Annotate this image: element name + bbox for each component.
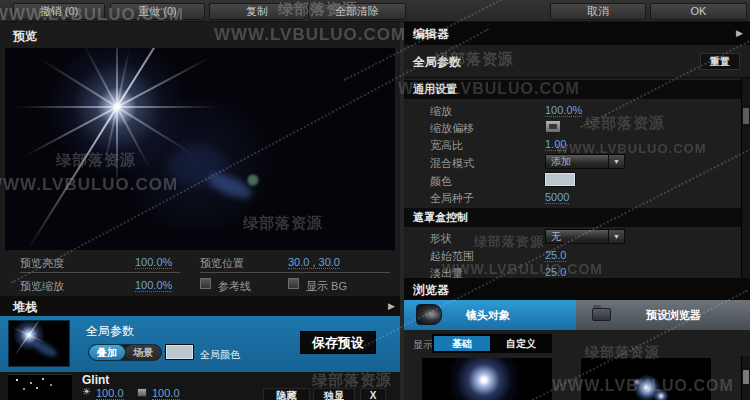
scale-label: 缩放 [430,104,452,119]
flare-preset-thumbnail[interactable] [422,358,552,400]
preview-position-label: 预览位置 [200,256,244,271]
flare-ghost-faint [167,145,227,185]
cancel-button[interactable]: 取消 [550,3,646,20]
global-color-label: 全局颜色 [200,348,240,362]
tab-label: 镜头对象 [466,308,510,323]
tab-lens-objects[interactable]: 镜头对象 [404,300,576,330]
render-mode-toggle: 叠加 场景 [88,344,162,361]
glint-scale-value[interactable]: 100.0 [152,387,180,400]
glint-brightness-value[interactable]: 100.0 [96,387,124,400]
folder-icon [592,308,611,321]
preview-brightness-value[interactable]: 100.0% [135,256,172,269]
seed-label: 全局种子 [430,191,474,206]
divider [200,272,390,273]
editor-scrollbar[interactable] [741,78,750,278]
color-swatch[interactable] [545,173,575,186]
tab-preset-browser[interactable]: 预设浏览器 [576,300,750,330]
row-color: 颜色 [404,172,734,189]
scrollbar-thumb[interactable] [743,370,749,384]
global-color-swatch[interactable] [166,345,193,359]
display-basic-button[interactable]: 基础 [434,336,490,351]
section-general-settings: 通用设置 [404,80,750,99]
blend-mode-select[interactable]: 添加 ▼ [545,154,625,169]
scrollbar-thumb[interactable] [743,108,749,124]
mode-overlay-button[interactable]: 叠加 [89,345,125,360]
tab-label: 预设浏览器 [646,308,701,323]
preview-title: 预览 [13,28,37,45]
row-scale-offset: 缩放偏移 [404,119,734,136]
row-blend-mode: 混合模式 添加 ▼ [404,154,734,171]
scale-offset-button[interactable] [545,120,561,133]
preview-zoom-value[interactable]: 100.0% [135,279,172,292]
browser-header: 浏览器 [404,278,750,300]
save-preset-button[interactable]: 保存预设 [300,331,376,354]
row-start-range: 起始范围 25.0 [404,247,734,264]
browser-thumbnails [404,356,750,400]
flare-streak [116,48,118,187]
shape-value: 无 [546,230,608,243]
stack-item-thumbnail [8,374,72,400]
browser-scrollbar[interactable] [741,356,750,400]
row-shape: 形状 无 ▼ [404,229,734,246]
stack-header: 堆栈 ▶ [0,296,400,316]
flare-preset-thumbnail[interactable] [581,358,711,400]
clear-all-button[interactable]: 全部清除 [308,3,406,20]
redo-button[interactable]: 重做 (0) [110,3,205,20]
chevron-right-icon[interactable]: ▶ [736,28,743,38]
editor-header: 编辑器 ▶ [404,22,750,45]
editor-panel: 编辑器 ▶ 全局参数 重置 通用设置 缩放 100.0% 缩放偏移 宽高比 1.… [404,22,750,400]
lens-icon [416,304,442,325]
stack-item-name: Glint [82,373,109,387]
start-range-label: 起始范围 [430,249,474,264]
falloff-value[interactable]: 25.0 [545,266,566,278]
stack-item-global-parameters[interactable]: 全局参数 叠加 场景 全局颜色 保存预设 [0,316,400,372]
display-mode-switch: 基础 自定义 [432,334,552,353]
undo-button[interactable]: 撤销 (0) [13,3,105,20]
stack-item-name: 全局参数 [86,323,134,340]
stack-item-thumbnail [8,320,70,367]
stack-title: 堆栈 [13,299,37,316]
preview-panel: 预览 预览亮度 100.0% 预览位置 30.0 , 30.0 预览缩放 100… [0,22,400,400]
row-scale: 缩放 100.0% [404,102,734,119]
scale-icon [137,388,147,397]
seed-value[interactable]: 5000 [545,191,569,204]
guides-label: 参考线 [218,279,251,294]
row-aspect: 宽高比 1.00 [404,136,734,153]
color-label: 颜色 [430,174,452,189]
aspect-label: 宽高比 [430,138,463,153]
reset-button[interactable]: 重置 [700,53,740,70]
preview-canvas[interactable] [5,48,395,250]
blend-mode-label: 混合模式 [430,156,474,171]
shape-select[interactable]: 无 ▼ [545,229,625,244]
guides-checkbox[interactable] [200,278,211,289]
brightness-icon: ☀ [82,386,91,397]
solo-button[interactable]: 独显 [313,388,355,400]
editor-title: 编辑器 [413,26,449,43]
aspect-value[interactable]: 1.00 [545,138,566,151]
toolbar: 撤销 (0) 重做 (0) 复制 全部清除 取消 OK [0,0,750,22]
preview-position-value[interactable]: 30.0 , 30.0 [288,256,340,269]
ok-button[interactable]: OK [650,3,747,20]
delete-button[interactable]: X [360,388,386,400]
show-bg-checkbox[interactable] [288,278,299,289]
row-falloff: 淡出量 25.0 [404,264,734,278]
chevron-down-icon: ▼ [608,155,624,168]
shape-label: 形状 [430,231,452,246]
browser-title: 浏览器 [413,282,449,299]
stack-item-glint[interactable]: Glint ☀ 100.0 100.0 隐藏 独显 X [0,372,400,400]
hide-button[interactable]: 隐藏 [263,388,310,400]
copy-button[interactable]: 复制 [209,3,305,20]
display-custom-button[interactable]: 自定义 [492,336,550,351]
display-mode-row: 显示: 基础 自定义 [404,330,750,356]
mode-scene-button[interactable]: 场景 [125,345,161,360]
editor-group-row: 全局参数 重置 [404,45,750,78]
preview-brightness-label: 预览亮度 [20,256,64,271]
scale-value[interactable]: 100.0% [545,104,582,117]
preview-zoom-label: 预览缩放 [20,279,64,294]
falloff-label: 淡出量 [430,266,463,278]
blend-mode-value: 添加 [546,155,608,168]
preview-controls: 预览亮度 100.0% 预览位置 30.0 , 30.0 预览缩放 100.0%… [0,252,400,296]
start-range-value[interactable]: 25.0 [545,249,566,262]
show-bg-label: 显示 BG [306,279,347,294]
chevron-right-icon[interactable]: ▶ [388,301,395,311]
